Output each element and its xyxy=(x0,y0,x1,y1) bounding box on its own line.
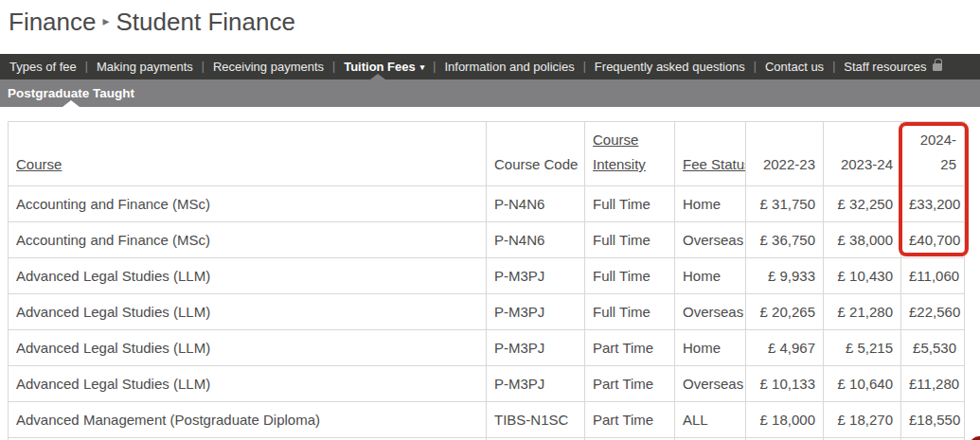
cell-fees-2024-25: £11,060 xyxy=(901,258,965,294)
cell-fees-2024-25: £33,200 xyxy=(901,186,965,222)
col-header-label[interactable]: Course xyxy=(16,156,62,172)
col-header-fees-2024-25: 2024-25 xyxy=(901,122,965,186)
cell-fees-2023-24: £ 32,250 xyxy=(824,186,901,222)
table-row: Advanced Legal Studies (LLM)P-M3PJFull T… xyxy=(9,258,965,294)
nav-separator: | xyxy=(583,54,586,79)
main-nav: Types of fee | Making payments | Receivi… xyxy=(0,54,980,79)
cell-course-code: P-M3PJ xyxy=(487,366,585,402)
col-header-label[interactable]: Fee Status xyxy=(683,156,746,172)
cell-fees-2023-24: £ 38,000 xyxy=(824,222,901,258)
table-row: Advanced Legal Studies (LLM)P-M3PJPart T… xyxy=(9,330,965,366)
cell-course-intensity: Full Time xyxy=(585,294,675,330)
col-header-course-intensity[interactable]: Course Intensity xyxy=(585,122,675,186)
subnav-item-postgraduate-taught[interactable]: Postgraduate Taught xyxy=(8,79,134,107)
nav-separator: | xyxy=(332,54,335,79)
cell-course-code: P-M3PJ xyxy=(487,294,585,330)
nav-separator: | xyxy=(754,54,757,79)
cell-fees-2023-24: £ 18,270 xyxy=(824,402,901,438)
col-header-fees-2022-23: 2022-23 xyxy=(746,122,824,186)
cell-fees-2022-23: £ 36,750 xyxy=(746,222,824,258)
nav-separator: | xyxy=(832,54,835,79)
cell-fees-2024-25: £40,700 xyxy=(901,222,965,258)
nav-item-making-payments[interactable]: Making payments xyxy=(97,54,193,79)
cell-fee-status: Overseas xyxy=(675,222,746,258)
nav-separator: | xyxy=(433,54,436,79)
cell-course-intensity: Full Time xyxy=(585,258,675,294)
fees-table: CourseCourse CodeCourse IntensityFee Sta… xyxy=(8,121,965,440)
cell-course: Advanced Legal Studies (LLM) xyxy=(9,294,487,330)
cell-fees-2022-23: £ 10,133 xyxy=(746,366,824,402)
cell-fee-status: Home xyxy=(675,258,746,294)
table-row: Advanced Management (Postgraduate Diplom… xyxy=(9,402,965,438)
cell-fee-status: Overseas xyxy=(675,366,746,402)
nav-separator: | xyxy=(85,54,88,79)
cell-fees-2023-24: £ 21,280 xyxy=(824,294,901,330)
cell-course: Accounting and Finance (MSc) xyxy=(9,186,487,222)
cell-fees-2022-23: £ 31,750 xyxy=(746,186,824,222)
cell-course-code: P-M3PJ xyxy=(487,330,585,366)
cell-fee-status: Overseas xyxy=(675,294,746,330)
breadcrumb: Finance▸Student Finance xyxy=(9,8,295,37)
table-row: Accounting and Finance (MSc)P-N4N6Full T… xyxy=(9,186,965,222)
col-header-fees-2023-24: 2023-24 xyxy=(824,122,901,186)
lock-icon xyxy=(933,63,942,71)
fees-tbody: Accounting and Finance (MSc)P-N4N6Full T… xyxy=(9,186,965,440)
nav-item-receiving-payments[interactable]: Receiving payments xyxy=(213,54,324,79)
col-header-label: 2022-23 xyxy=(763,156,815,172)
cell-course-intensity: Full Time xyxy=(585,186,675,222)
nav-item-staff-resources-label: Staff resources xyxy=(844,60,926,74)
cell-fee-status: Home xyxy=(675,186,746,222)
cell-fees-2022-23: £ 9,933 xyxy=(746,258,824,294)
cell-course-intensity: Part Time xyxy=(585,366,675,402)
fees-table-container: CourseCourse CodeCourse IntensityFee Sta… xyxy=(8,121,980,440)
cell-fees-2023-24: £ 5,215 xyxy=(824,330,901,366)
cell-course: Advanced Legal Studies (LLM) xyxy=(9,330,487,366)
nav-item-tuition-fees-label: Tuition Fees xyxy=(344,60,416,74)
cell-fees-2022-23: £ 4,967 xyxy=(746,330,824,366)
highlight-annotation-partial xyxy=(970,436,980,440)
breadcrumb-separator-icon: ▸ xyxy=(103,13,110,28)
nav-item-types-of-fee[interactable]: Types of fee xyxy=(9,54,77,79)
cell-course-code: P-N4N6 xyxy=(487,222,585,258)
col-header-course-code: Course Code xyxy=(487,122,585,186)
col-header-label: Course Code xyxy=(494,156,578,172)
cell-fee-status: Home xyxy=(675,330,746,366)
nav-item-frequently-asked-questions[interactable]: Frequently asked questions xyxy=(595,54,745,79)
cell-course: Advanced Legal Studies (LLM) xyxy=(9,366,487,402)
cell-course-code: TIBS-N1SC xyxy=(487,402,585,438)
cell-course-code: P-N4N6 xyxy=(487,186,585,222)
nav-item-contact-us[interactable]: Contact us xyxy=(765,54,824,79)
cell-fees-2024-25: £18,550 xyxy=(901,402,965,438)
col-header-label[interactable]: Course Intensity xyxy=(593,132,646,172)
subnav-item-label: Postgraduate Taught xyxy=(8,86,134,100)
cell-course-intensity: Full Time xyxy=(585,222,675,258)
col-header-fee-status[interactable]: Fee Status xyxy=(675,122,746,186)
col-header-label: 2023-24 xyxy=(841,156,893,172)
cell-fees-2024-25: £22,560 xyxy=(901,294,965,330)
breadcrumb-section[interactable]: Finance xyxy=(9,8,97,36)
cell-fees-2024-25: £11,280 xyxy=(901,366,965,402)
cell-course: Advanced Management (Postgraduate Diplom… xyxy=(9,402,487,438)
table-row: Accounting and Finance (MSc)P-N4N6Full T… xyxy=(9,222,965,258)
col-header-course[interactable]: Course xyxy=(9,122,487,186)
header-row: CourseCourse CodeCourse IntensityFee Sta… xyxy=(9,122,965,186)
cell-fee-status: ALL xyxy=(675,402,746,438)
page-title: Student Finance xyxy=(116,8,295,36)
cell-fees-2022-23: £ 20,265 xyxy=(746,294,824,330)
cell-course-intensity: Part Time xyxy=(585,402,675,438)
cell-course: Accounting and Finance (MSc) xyxy=(9,222,487,258)
nav-item-information-and-policies[interactable]: Information and policies xyxy=(444,54,574,79)
col-header-label: 2024-25 xyxy=(920,132,956,172)
cell-course-code: P-M3PJ xyxy=(487,258,585,294)
cell-fees-2023-24: £ 10,430 xyxy=(824,258,901,294)
table-row: Advanced Legal Studies (LLM)P-M3PJPart T… xyxy=(9,366,965,402)
nav-item-tuition-fees[interactable]: Tuition Fees▾ xyxy=(344,54,424,79)
cell-fees-2023-24: £ 10,640 xyxy=(824,366,901,402)
nav-item-staff-resources[interactable]: Staff resources xyxy=(844,54,942,79)
cell-fees-2024-25: £5,530 xyxy=(901,330,965,366)
table-row: Advanced Legal Studies (LLM)P-M3PJFull T… xyxy=(9,294,965,330)
cell-course-intensity: Part Time xyxy=(585,330,675,366)
cell-fees-2022-23: £ 18,000 xyxy=(746,402,824,438)
nav-separator: | xyxy=(202,54,205,79)
chevron-down-icon: ▾ xyxy=(420,62,425,72)
